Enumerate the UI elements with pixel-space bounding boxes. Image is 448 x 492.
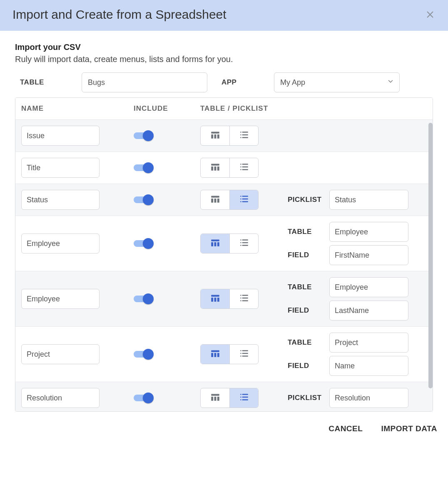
svg-rect-43 — [211, 298, 213, 302]
include-toggle[interactable] — [134, 393, 154, 403]
app-label: APP — [207, 78, 274, 87]
dialog-footer: CANCEL IMPORT DATA — [0, 412, 448, 446]
svg-point-60 — [240, 355, 241, 357]
table-row: Title — [15, 152, 433, 184]
column-name-input[interactable]: Status — [21, 190, 100, 210]
col-header-name: NAME — [21, 104, 134, 113]
type-segmented — [200, 289, 259, 309]
column-name-input[interactable]: Title — [21, 158, 100, 178]
svg-rect-55 — [217, 353, 219, 357]
col-header-include: INCLUDE — [134, 104, 200, 113]
include-toggle[interactable] — [134, 130, 154, 141]
table-ref-input[interactable]: Project — [329, 333, 408, 353]
field-ref-value: LastName — [335, 306, 369, 315]
type-picklist-button[interactable] — [229, 289, 258, 308]
field-ref-input[interactable]: LastName — [329, 301, 408, 321]
type-segmented — [200, 388, 259, 408]
column-name-input[interactable]: Employee — [21, 289, 100, 309]
type-picklist-button[interactable] — [229, 345, 258, 364]
table-ref-input[interactable]: Employee — [329, 222, 408, 242]
cancel-button[interactable]: CANCEL — [329, 424, 363, 433]
close-icon[interactable] — [425, 9, 436, 20]
type-table-button[interactable] — [201, 345, 229, 364]
table-ref-value: Employee — [335, 283, 368, 292]
type-table-button[interactable] — [201, 190, 229, 209]
picklist-input[interactable]: Status — [329, 190, 408, 210]
type-table-button[interactable] — [201, 126, 229, 145]
type-picklist-button[interactable] — [229, 126, 258, 145]
include-toggle[interactable] — [134, 293, 154, 304]
column-name-value: Project — [27, 350, 50, 359]
table-icon — [210, 162, 221, 174]
col-header-type: TABLE / PICKLIST — [200, 104, 288, 113]
table-icon — [210, 237, 221, 250]
svg-rect-65 — [217, 397, 219, 401]
include-toggle[interactable] — [134, 238, 154, 249]
scrollbar[interactable] — [428, 123, 433, 411]
svg-rect-62 — [211, 394, 219, 395]
svg-point-40 — [240, 245, 241, 246]
svg-point-20 — [240, 169, 241, 170]
table-ref-label: TABLE — [288, 283, 329, 291]
scrollbar-thumb[interactable] — [428, 123, 433, 388]
chevron-down-icon — [387, 78, 394, 87]
svg-point-36 — [240, 239, 241, 241]
svg-point-48 — [240, 298, 241, 299]
import-dialog: Import and Create from a Spreadsheet Imp… — [0, 0, 448, 446]
table-name-value: Bugs — [88, 78, 105, 87]
type-table-button[interactable] — [201, 234, 229, 253]
row-detail: TABLEEmployeeFIELDFirstName — [288, 222, 427, 265]
section-heading: Import your CSV — [15, 42, 433, 52]
picklist-input[interactable]: Resolution — [329, 388, 408, 408]
column-name-value: Issue — [27, 132, 45, 140]
svg-point-8 — [240, 134, 241, 136]
column-name-input[interactable]: Project — [21, 344, 100, 364]
field-ref-label: FIELD — [288, 362, 329, 370]
row-detail: PICKLISTStatus — [288, 190, 427, 210]
app-select[interactable]: My App — [274, 72, 400, 92]
svg-point-56 — [240, 350, 241, 351]
include-toggle[interactable] — [134, 349, 154, 360]
svg-rect-35 — [217, 242, 219, 246]
picklist-value: Resolution — [335, 394, 370, 403]
svg-point-70 — [240, 399, 241, 400]
column-name-value: Employee — [27, 295, 60, 303]
column-name-input[interactable]: Employee — [21, 234, 100, 253]
field-ref-label: FIELD — [288, 306, 329, 315]
svg-rect-34 — [214, 242, 216, 246]
table-name-input[interactable]: Bugs — [82, 72, 207, 92]
field-ref-value: FirstName — [335, 251, 369, 260]
picklist-label: PICKLIST — [288, 196, 329, 204]
svg-point-28 — [240, 199, 241, 200]
svg-rect-2 — [211, 132, 219, 133]
column-name-value: Employee — [27, 239, 60, 248]
type-picklist-button[interactable] — [229, 190, 258, 209]
table-icon — [210, 392, 221, 404]
dialog-title: Import and Create from a Spreadsheet — [12, 7, 226, 22]
list-icon — [239, 392, 249, 404]
type-picklist-button[interactable] — [229, 234, 258, 253]
type-segmented — [200, 190, 259, 210]
columns-grid: NAME INCLUDE TABLE / PICKLIST Issue Titl… — [15, 97, 433, 412]
field-ref-input[interactable]: FirstName — [329, 245, 408, 265]
svg-rect-32 — [211, 239, 219, 241]
type-table-button[interactable] — [201, 289, 229, 308]
column-name-input[interactable]: Resolution — [21, 388, 100, 408]
svg-point-10 — [240, 137, 241, 138]
list-icon — [239, 237, 249, 250]
picklist-value: Status — [335, 196, 356, 204]
type-table-button[interactable] — [201, 158, 229, 177]
type-picklist-button[interactable] — [229, 158, 258, 177]
include-toggle[interactable] — [134, 194, 154, 205]
field-ref-input[interactable]: Name — [329, 356, 408, 376]
svg-rect-15 — [217, 166, 219, 171]
column-name-input[interactable]: Issue — [21, 126, 100, 146]
table-ref-input[interactable]: Employee — [329, 277, 408, 297]
type-picklist-button[interactable] — [229, 388, 258, 408]
import-data-button[interactable]: IMPORT DATA — [381, 424, 437, 433]
svg-rect-42 — [211, 295, 219, 296]
type-table-button[interactable] — [201, 388, 229, 408]
svg-point-30 — [240, 201, 241, 202]
include-toggle[interactable] — [134, 162, 154, 173]
svg-rect-5 — [217, 134, 219, 139]
